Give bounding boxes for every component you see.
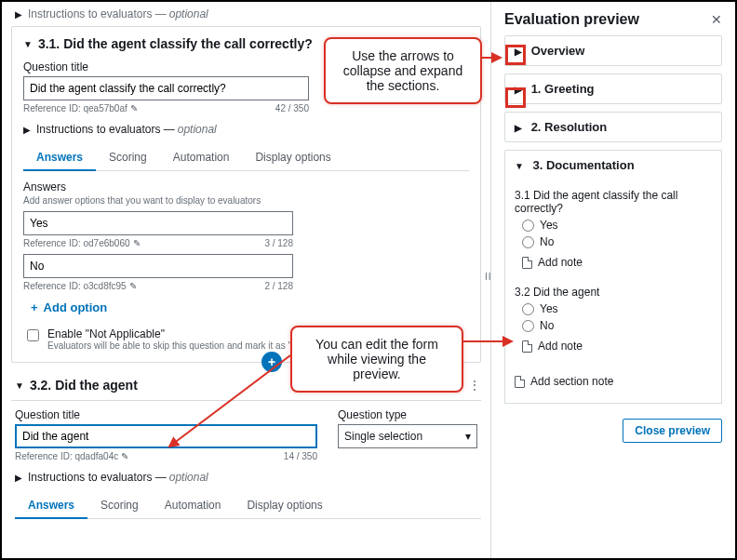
preview-q31-title: 3.1 Did the agent classify the call corr… bbox=[515, 189, 712, 215]
tab-automation[interactable]: Automation bbox=[160, 145, 243, 170]
section-3-2-title: 3.2. Did the agent bbox=[30, 378, 138, 393]
answers-subheading: Add answer options that you want to disp… bbox=[23, 195, 469, 206]
preview-section-greeting[interactable]: ▶ 1. Greeting bbox=[504, 73, 722, 104]
edit-icon[interactable]: ✎ bbox=[129, 281, 137, 291]
question-type-select-32[interactable]: Single selection ▾ bbox=[338, 424, 477, 448]
chevron-down-icon: ▼ bbox=[515, 161, 524, 171]
highlight-box bbox=[505, 87, 526, 108]
plus-icon: + bbox=[31, 300, 38, 314]
tab-scoring[interactable]: Scoring bbox=[96, 145, 160, 170]
tab-scoring[interactable]: Scoring bbox=[87, 493, 152, 518]
preview-section-overview[interactable]: ▶ Overview bbox=[504, 35, 722, 66]
answer-input-1[interactable] bbox=[23, 254, 293, 278]
preview-q32-opt-no[interactable]: No bbox=[522, 319, 712, 332]
optional-label: optional bbox=[178, 123, 217, 136]
preview-q32-opt-yes[interactable]: Yes bbox=[522, 302, 712, 315]
preview-q31-opt-no[interactable]: No bbox=[522, 235, 712, 248]
answer-row: Reference ID: od7e6b060✎ 3 / 128 bbox=[23, 211, 293, 248]
instructions-toggle-32[interactable]: ▶ Instructions to evaluators — optional bbox=[11, 471, 481, 484]
instructions-toggle-31[interactable]: ▶ Instructions to evaluators — optional bbox=[23, 123, 469, 136]
note-icon bbox=[522, 257, 532, 269]
tabs-31: Answers Scoring Automation Display optio… bbox=[23, 145, 469, 171]
svg-line-1 bbox=[169, 355, 290, 447]
preview-q32-title: 3.2 Did the agent bbox=[515, 286, 712, 299]
section-3-1-title: 3.1. Did the agent classify the call cor… bbox=[38, 36, 313, 51]
add-note-q32[interactable]: Add note bbox=[522, 340, 712, 353]
kebab-icon[interactable]: ⋮ bbox=[468, 378, 481, 393]
callout-bottom: You can edit the form while viewing the … bbox=[290, 326, 463, 393]
answer-row: Reference ID: o3cd8fc95✎ 2 / 128 bbox=[23, 254, 293, 291]
note-icon bbox=[522, 340, 532, 353]
tab-automation[interactable]: Automation bbox=[152, 493, 234, 518]
add-note-q31[interactable]: Add note bbox=[522, 256, 712, 269]
close-icon[interactable]: ✕ bbox=[711, 12, 722, 27]
preview-section-resolution[interactable]: ▶ 2. Resolution bbox=[504, 112, 722, 142]
tab-answers[interactable]: Answers bbox=[23, 145, 96, 171]
highlight-box bbox=[505, 45, 526, 65]
note-icon bbox=[515, 376, 525, 388]
question-title-label: Question title bbox=[23, 60, 309, 73]
chevron-right-icon: ▶ bbox=[23, 125, 31, 135]
callout-top: Use the arrows to collapse and expand th… bbox=[324, 37, 482, 104]
edit-icon[interactable]: ✎ bbox=[121, 451, 128, 461]
chevron-down-icon: ▾ bbox=[465, 430, 471, 443]
instructions-label: Instructions to evaluators — bbox=[28, 7, 167, 20]
question-type-label: Question type bbox=[338, 408, 477, 421]
ref-id-prefix: Reference ID: bbox=[23, 103, 81, 113]
pane-drag-handle-icon[interactable]: II bbox=[485, 272, 492, 282]
chevron-down-icon: ▼ bbox=[23, 39, 33, 49]
char-count: 3 / 128 bbox=[264, 238, 293, 248]
chevron-right-icon: ▶ bbox=[515, 123, 522, 133]
answers-heading: Answers bbox=[23, 180, 469, 193]
add-section-note[interactable]: Add section note bbox=[515, 375, 712, 388]
question-title-input[interactable] bbox=[23, 76, 309, 100]
char-count: 42 / 350 bbox=[275, 103, 309, 113]
chevron-down-icon: ▼ bbox=[15, 380, 24, 391]
tab-display-options[interactable]: Display options bbox=[242, 145, 343, 170]
chevron-right-icon: ▶ bbox=[15, 9, 22, 20]
tab-answers[interactable]: Answers bbox=[15, 493, 87, 519]
optional-label: optional bbox=[169, 7, 208, 20]
top-instructions-toggle[interactable]: ▶ Instructions to evaluators — optional bbox=[11, 7, 481, 20]
edit-icon[interactable]: ✎ bbox=[130, 103, 138, 113]
ref-id-value: qea57b0af bbox=[83, 103, 127, 113]
enable-na-checkbox[interactable] bbox=[27, 329, 39, 341]
edit-icon[interactable]: ✎ bbox=[133, 238, 141, 248]
instructions-label: Instructions to evaluators — bbox=[36, 123, 175, 136]
add-option-button[interactable]: +Add option bbox=[31, 300, 469, 314]
tab-display-options[interactable]: Display options bbox=[234, 493, 335, 518]
char-count: 2 / 128 bbox=[264, 281, 293, 291]
preview-title: Evaluation preview bbox=[504, 11, 639, 28]
preview-q31-opt-yes[interactable]: Yes bbox=[522, 219, 712, 232]
close-preview-button[interactable]: Close preview bbox=[623, 419, 722, 443]
preview-section-documentation[interactable]: ▼ 3. Documentation bbox=[504, 150, 722, 180]
answer-input-0[interactable] bbox=[23, 211, 293, 235]
chevron-right-icon: ▶ bbox=[15, 473, 22, 483]
tabs-32: Answers Scoring Automation Display optio… bbox=[15, 493, 481, 519]
